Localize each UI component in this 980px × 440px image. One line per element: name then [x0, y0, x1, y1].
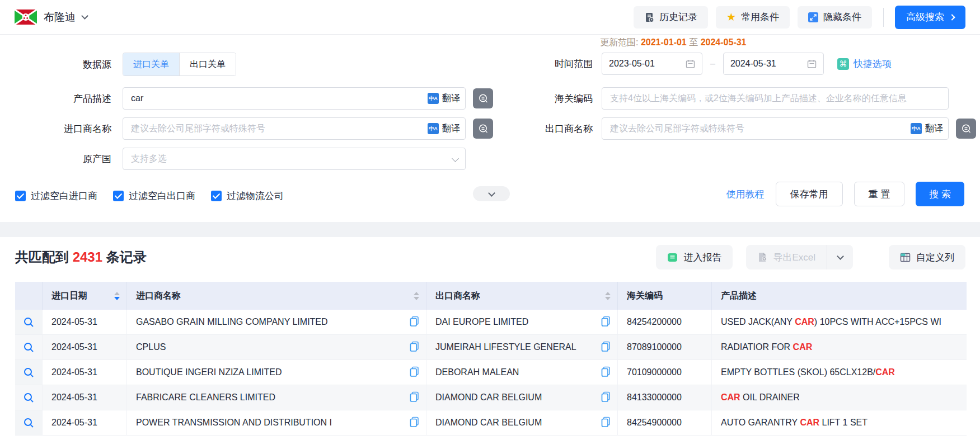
copy-importer-button[interactable] — [404, 341, 419, 354]
sort-import-date[interactable] — [114, 292, 120, 300]
cell-importer-name: POWER TRANSMISSION AND DISTRIBUTION I — [127, 410, 426, 436]
summary-count: 2431 — [73, 249, 102, 264]
match-mode-toggle[interactable] — [473, 88, 493, 108]
cell-importer-name: FABRICARE CLEANERS LIMITED — [127, 385, 426, 410]
summary-prefix: 共匹配到 — [15, 249, 69, 264]
tab-import-declarations[interactable]: 进口关单 — [123, 53, 179, 75]
country-selector[interactable]: 布隆迪 — [15, 10, 87, 25]
translate-button[interactable]: 中A 翻译 — [911, 117, 943, 140]
row-detail-button[interactable] — [15, 360, 43, 385]
favorites-button[interactable]: ★ 常用条件 — [716, 6, 790, 29]
translate-button[interactable]: 中A 翻译 — [428, 87, 460, 110]
copy-importer-button[interactable] — [404, 366, 419, 379]
history-button[interactable]: 历史记录 — [634, 6, 708, 29]
product-desc-input[interactable] — [123, 87, 466, 110]
search-button[interactable]: 搜 索 — [916, 182, 964, 206]
export-excel-label: 导出Excel — [773, 251, 815, 264]
copy-importer-button[interactable] — [404, 316, 419, 329]
match-mode-toggle[interactable] — [956, 119, 976, 139]
checkbox-filter-blank-exporter[interactable]: 过滤空白出口商 — [113, 190, 195, 202]
start-date-field[interactable]: 2023-05-01 — [602, 53, 702, 75]
end-date-value: 2024-05-31 — [730, 59, 776, 69]
data-source-tabs: 进口关单 出口关单 — [123, 53, 236, 76]
copy-exporter-button[interactable] — [595, 417, 611, 429]
expand-conditions-button[interactable] — [473, 186, 510, 201]
table-row: 2024-05-31FABRICARE CLEANERS LIMITEDDIAM… — [15, 385, 967, 410]
checkbox-filter-logistics[interactable]: 过滤物流公司 — [211, 190, 284, 202]
importer-label: 进口商名称 — [0, 122, 111, 135]
tab-export-declarations[interactable]: 出口关单 — [179, 53, 236, 75]
cell-product-desc: CAR OIL DRAINER — [712, 385, 967, 410]
save-favorite-button[interactable]: 保存常用 — [776, 182, 843, 206]
row-detail-button[interactable] — [15, 410, 43, 436]
copy-icon — [601, 366, 611, 377]
favorites-label: 常用条件 — [741, 11, 779, 23]
copy-exporter-button[interactable] — [595, 341, 611, 354]
reset-button[interactable]: 重 置 — [854, 182, 905, 206]
header-exporter-name: 出口商名称 — [426, 282, 618, 310]
report-icon — [667, 252, 678, 263]
origin-country-input[interactable] — [123, 148, 466, 170]
cell-exporter-name: DEBORAH MALEAN — [426, 360, 618, 385]
header-hs-code: 海关编码 — [618, 282, 712, 310]
sort-exporter-name[interactable] — [605, 292, 611, 300]
table-row: 2024-05-31CPLUSJUMEIRAH LIFESTYLE GENERA… — [15, 335, 967, 360]
columns-icon — [900, 252, 911, 263]
origin-country-select[interactable] — [123, 148, 466, 170]
export-options-button[interactable] — [827, 245, 853, 269]
copy-icon — [410, 366, 419, 377]
search-form: 更新范围: 2021-01-01 至 2024-05-31 数据源 进口关单 出… — [0, 35, 980, 222]
cell-exporter-name: JUMEIRAH LIFESTYLE GENERAL — [426, 335, 618, 360]
calendar-icon — [686, 59, 695, 69]
command-icon: ⌘ — [837, 58, 849, 70]
product-desc-label: 产品描述 — [0, 92, 111, 105]
copy-icon — [410, 417, 419, 427]
cell-hs-code: 70109000000 — [618, 360, 712, 385]
row-search-icon — [24, 367, 34, 378]
export-excel-button[interactable]: 导出Excel — [746, 245, 827, 269]
cell-hs-code: 84254900000 — [618, 410, 712, 436]
checkbox-checked-icon — [211, 191, 222, 201]
copy-exporter-button[interactable] — [595, 366, 611, 379]
country-name: 布隆迪 — [44, 10, 76, 25]
row-detail-button[interactable] — [15, 335, 43, 360]
row-detail-button[interactable] — [15, 385, 43, 410]
copy-importer-button[interactable] — [404, 417, 419, 429]
copy-exporter-button[interactable] — [595, 391, 611, 404]
translate-icon: 中A — [911, 123, 922, 134]
export-icon — [757, 252, 767, 262]
importer-input[interactable] — [123, 117, 466, 140]
match-mode-toggle[interactable] — [473, 119, 493, 139]
copy-icon — [601, 391, 611, 402]
cell-hs-code: 84254200000 — [618, 310, 712, 335]
exporter-input[interactable] — [602, 117, 949, 140]
end-date-field[interactable]: 2024-05-31 — [723, 53, 824, 75]
header-importer-name: 进口商名称 — [127, 282, 426, 310]
header-import-date: 进口日期 — [43, 282, 127, 310]
enter-report-button[interactable]: 进入报告 — [656, 245, 733, 269]
advanced-search-button[interactable]: 高级搜索 — [895, 6, 965, 29]
custom-columns-button[interactable]: 自定义列 — [889, 245, 965, 269]
sort-importer-name[interactable] — [414, 292, 419, 300]
checkbox-filter-blank-importer[interactable]: 过滤空白进口商 — [15, 190, 97, 202]
quick-options-button[interactable]: ⌘ 快捷选项 — [837, 58, 892, 70]
chevron-down-icon — [488, 190, 495, 197]
translate-button[interactable]: 中A 翻译 — [428, 117, 460, 140]
hide-conditions-button[interactable]: 隐藏条件 — [798, 6, 872, 29]
hs-code-input[interactable] — [602, 87, 949, 110]
translate-icon: 中A — [428, 123, 439, 134]
tutorial-link[interactable]: 使用教程 — [726, 188, 765, 201]
history-icon — [644, 12, 654, 22]
table-row: 2024-05-31BOUTIQUE INGERI NZIZA LIMITEDD… — [15, 360, 967, 385]
translate-label: 翻译 — [442, 93, 460, 105]
row-detail-button[interactable] — [15, 310, 43, 335]
cell-importer-name: BOUTIQUE INGERI NZIZA LIMITED — [127, 360, 426, 385]
burundi-flag-icon — [15, 10, 37, 25]
update-range-to: 2024-05-31 — [701, 37, 747, 47]
collapse-icon — [808, 12, 818, 22]
translate-label: 翻译 — [442, 123, 460, 135]
cell-importer-name: GASABO GRAIN MILLING COMPANY LIMITED — [127, 310, 426, 335]
update-range-from: 2021-01-01 — [641, 37, 687, 47]
copy-importer-button[interactable] — [404, 391, 419, 404]
copy-exporter-button[interactable] — [595, 316, 611, 329]
